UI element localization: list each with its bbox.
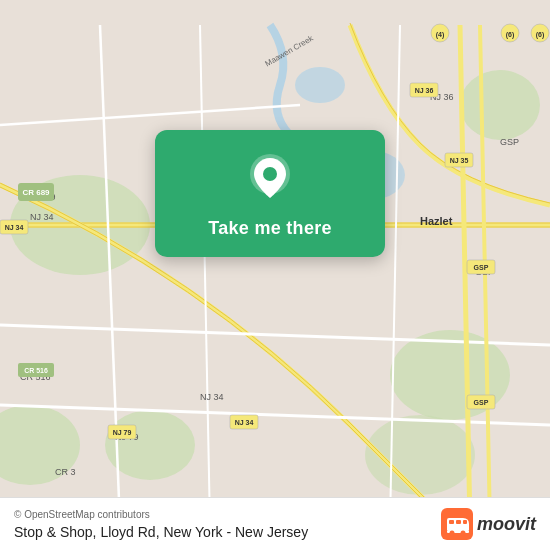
svg-point-7 [295,67,345,103]
svg-text:GSP: GSP [474,264,489,271]
bottom-bar: © OpenStreetMap contributors Stop & Shop… [0,497,550,550]
svg-text:GSP: GSP [474,399,489,406]
moovit-logo: moovit [441,508,536,540]
svg-text:NJ 79: NJ 79 [113,429,132,436]
attribution: © OpenStreetMap contributors [14,509,308,520]
svg-point-60 [460,531,465,536]
svg-rect-62 [456,520,461,524]
svg-text:NJ 34: NJ 34 [30,212,54,222]
svg-text:NJ 36: NJ 36 [415,87,434,94]
moovit-text: moovit [477,514,536,535]
svg-text:(4): (4) [436,31,445,39]
take-me-there-button[interactable]: Take me there [208,218,332,239]
svg-text:NJ 34: NJ 34 [5,224,24,231]
svg-text:Hazlet: Hazlet [420,215,453,227]
svg-text:NJ 34: NJ 34 [200,392,224,402]
moovit-brand-icon [441,508,473,540]
map-container: NJ 34 NJ 34 NJ 36 GSP GSP CR 689 CR 516 … [0,0,550,550]
svg-rect-61 [449,520,454,524]
svg-text:GSP: GSP [500,137,519,147]
location-card: Take me there [155,130,385,257]
svg-text:CR 689: CR 689 [22,188,50,197]
svg-text:(6): (6) [536,31,545,39]
svg-text:NJ 35: NJ 35 [450,157,469,164]
pin-icon [244,152,296,204]
svg-text:CR 3: CR 3 [55,467,76,477]
svg-point-59 [449,531,454,536]
svg-text:NJ 34: NJ 34 [235,419,254,426]
location-name: Stop & Shop, Lloyd Rd, New York - New Je… [14,524,308,540]
svg-point-3 [460,70,540,140]
svg-rect-63 [463,520,467,524]
svg-point-56 [263,167,277,181]
svg-text:(6): (6) [506,31,515,39]
svg-text:CR 516: CR 516 [24,367,48,374]
map-background: NJ 34 NJ 34 NJ 36 GSP GSP CR 689 CR 516 … [0,0,550,550]
bottom-left: © OpenStreetMap contributors Stop & Shop… [14,509,308,540]
